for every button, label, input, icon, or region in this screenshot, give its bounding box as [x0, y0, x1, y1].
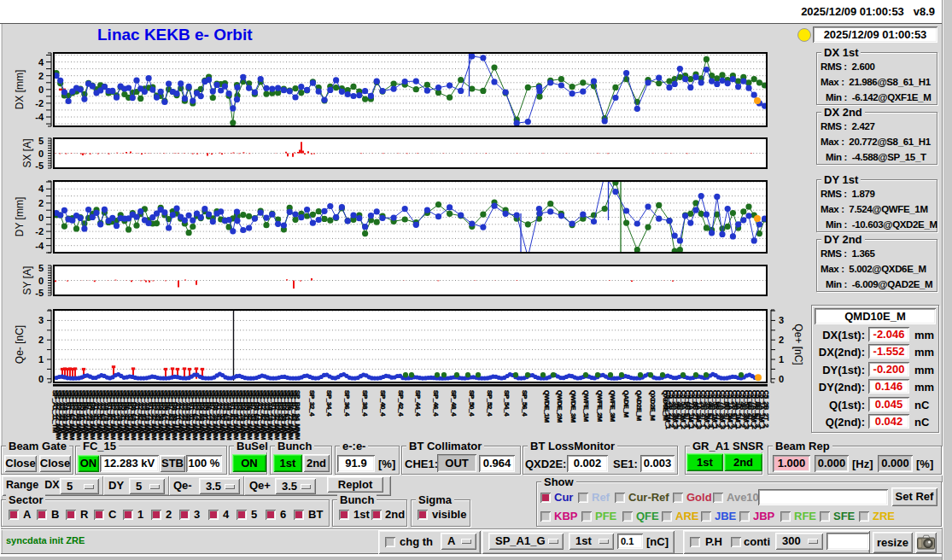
svg-text:SP_44_4: SP_44_4	[414, 390, 422, 417]
svg-text:SP_54_4: SP_54_4	[503, 390, 511, 417]
svg-text:DY [mm]: DY [mm]	[14, 197, 26, 236]
svg-text:SP_34_4: SP_34_4	[325, 390, 333, 417]
svg-text:DX [mm]: DX [mm]	[14, 70, 26, 110]
svg-text:C5_2B_2T_2: C5_2B_2T_2	[762, 390, 770, 429]
svg-text:QAD2E_M: QAD2E_M	[635, 390, 643, 422]
svg-text:-4: -4	[35, 241, 44, 251]
svg-text:0: 0	[38, 276, 44, 286]
svg-text:Qe- [nC]: Qe- [nC]	[14, 325, 26, 364]
svg-text:0: 0	[38, 149, 44, 159]
svg-text:3: 3	[779, 315, 784, 325]
svg-text:SP_52_4: SP_52_4	[486, 390, 494, 417]
svg-text:2: 2	[38, 335, 44, 345]
svg-text:SP_50_4: SP_50_4	[468, 390, 476, 417]
svg-text:QWDE_2M: QWDE_2M	[556, 390, 564, 423]
svg-text:SP_32_4: SP_32_4	[308, 390, 316, 417]
svg-text:-2: -2	[35, 98, 44, 108]
svg-text:0: 0	[779, 374, 784, 384]
svg-text:QWFE_3M: QWFE_3M	[609, 390, 616, 422]
svg-text:SY [A]: SY [A]	[21, 266, 33, 295]
svg-text:-2: -2	[35, 226, 44, 236]
svg-text:-4: -4	[35, 112, 44, 122]
svg-text:Qe+ [nC]: Qe+ [nC]	[792, 324, 804, 365]
svg-text:SP_42_4: SP_42_4	[397, 390, 405, 417]
svg-text:-5: -5	[35, 160, 44, 171]
svg-text:SP_B8_94_MMM: SP_B8_94_MMM	[294, 390, 301, 440]
svg-text:4: 4	[38, 184, 44, 194]
svg-text:0: 0	[38, 374, 44, 384]
svg-text:SX [A]: SX [A]	[21, 138, 33, 167]
svg-text:5: 5	[38, 136, 44, 146]
svg-text:QWDE_1M: QWDE_1M	[543, 390, 551, 423]
svg-text:SP_38_4: SP_38_4	[361, 390, 369, 417]
svg-text:2: 2	[38, 71, 44, 81]
svg-text:2: 2	[779, 335, 784, 345]
svg-text:SP_46_4: SP_46_4	[432, 390, 440, 417]
svg-text:QADE_M: QADE_M	[622, 390, 630, 418]
svg-text:0: 0	[38, 85, 44, 95]
svg-text:QWDE_3M: QWDE_3M	[569, 390, 577, 423]
svg-text:QWFE_2M: QWFE_2M	[596, 390, 604, 422]
svg-text:SP_36_4: SP_36_4	[343, 390, 351, 417]
svg-text:SP_48_4: SP_48_4	[450, 390, 458, 417]
svg-text:4: 4	[38, 57, 44, 67]
svg-text:QWFE_1M: QWFE_1M	[582, 390, 590, 422]
svg-text:SP_40_4: SP_40_4	[379, 390, 387, 417]
svg-text:1: 1	[779, 354, 784, 365]
svg-text:3: 3	[38, 315, 44, 325]
svg-text:1: 1	[38, 354, 44, 365]
svg-text:-5: -5	[35, 288, 44, 298]
svg-text:5: 5	[38, 263, 44, 273]
svg-text:SP_56_4: SP_56_4	[521, 390, 529, 417]
svg-text:QXD2E_M: QXD2E_M	[649, 390, 657, 421]
svg-text:0: 0	[38, 213, 44, 223]
svg-text:2: 2	[38, 198, 44, 208]
